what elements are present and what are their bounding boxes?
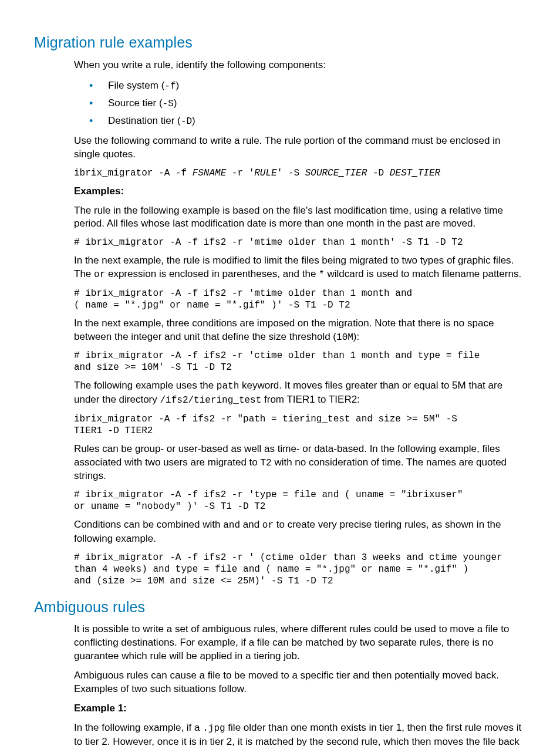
code-block: # ibrix_migrator -A -f ifs2 -r 'ctime ol… (74, 350, 524, 373)
body-paragraph: It is possible to write a set of ambiguo… (74, 623, 524, 663)
bullet-text: Destination tier ( (108, 115, 181, 126)
bullet-text: ) (174, 97, 177, 109)
section-heading-ambiguous: Ambiguous rules (34, 598, 526, 617)
body-paragraph: In the following example, if a .jpg file… (74, 721, 524, 746)
body-paragraph: The rule in the following example is bas… (74, 204, 524, 231)
code-command-template: ibrix_migrator -A -f FSNAME -r 'RULE' -S… (74, 167, 524, 179)
example1-label: Example 1: (74, 702, 524, 715)
code-block: # ibrix_migrator -A -f ifs2 -r ' (ctime … (74, 552, 524, 587)
list-item: Source tier (-S) (74, 96, 524, 111)
body-paragraph: Use the following command to write a rul… (74, 134, 524, 161)
code-block: # ibrix_migrator -A -f ifs2 -r 'mtime ol… (74, 288, 524, 311)
bullet-list: File system (-f) Source tier (-S) Destin… (74, 78, 524, 129)
body-paragraph: In the next example, the rule is modifie… (74, 254, 524, 282)
code-block: # ibrix_migrator -A -f ifs2 -r 'type = f… (74, 489, 524, 512)
body-paragraph: In the next example, three conditions ar… (74, 317, 524, 345)
code-block: ibrix_migrator -A -f ifs2 -r "path = tie… (74, 413, 524, 437)
bullet-code: -D (181, 116, 192, 127)
body-paragraph: The following example uses the path keyw… (74, 379, 524, 407)
section-heading-migration: Migration rule examples (34, 33, 526, 53)
list-item: File system (-f) (74, 78, 524, 93)
body-paragraph: Rules can be group- or user-based as wel… (74, 443, 524, 483)
bullet-code: -S (163, 99, 174, 109)
intro-paragraph: When you write a rule, identify the foll… (74, 59, 524, 72)
body-paragraph: Ambiguous rules can cause a file to be m… (74, 669, 524, 696)
code-block: # ibrix_migrator -A -f ifs2 -r 'mtime ol… (74, 237, 524, 248)
bullet-code: -f (164, 81, 176, 92)
bullet-text: Source tier ( (108, 97, 163, 109)
bullet-text: ) (192, 115, 195, 126)
bullet-text: File system ( (108, 80, 164, 91)
examples-label: Examples: (74, 185, 524, 198)
body-paragraph: Conditions can be combined with and and … (74, 518, 524, 546)
list-item: Destination tier (-D) (74, 113, 524, 129)
bullet-text: ) (176, 80, 180, 91)
